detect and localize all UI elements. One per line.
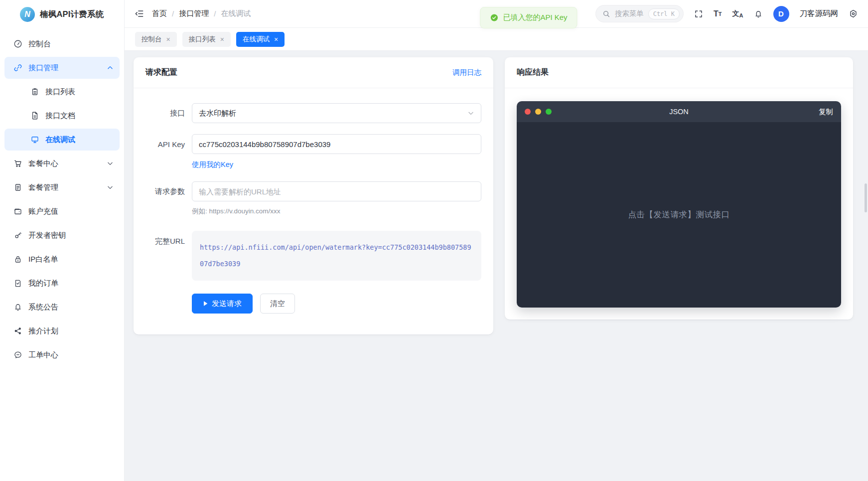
search-icon <box>602 10 610 18</box>
app-logo-icon: N <box>20 7 35 22</box>
page-scrollbar-thumb[interactable] <box>865 183 867 212</box>
breadcrumb-current: 在线调试 <box>221 9 251 18</box>
font-size-glyph: T <box>714 9 719 18</box>
tab-label: 在线调试 <box>243 35 270 44</box>
request-param-hint: 例如: https://v.douyin.com/xxx <box>192 207 481 216</box>
sidebar-item-developer-key[interactable]: 开发者密钥 <box>4 224 120 246</box>
translate-glyph-small: A <box>739 12 743 18</box>
sidebar-item-api-docs[interactable]: 接口文档 <box>4 105 120 127</box>
full-url-row: 完整URL https://api.nfiii.com/api/open/wat… <box>134 231 481 281</box>
sidebar-menu: 控制台 接口管理 接口列表 接口文档 <box>0 29 124 366</box>
wallet-icon <box>13 207 23 216</box>
sidebar-item-label: IP白名单 <box>28 255 58 264</box>
font-size-icon[interactable]: TT <box>714 9 722 18</box>
sidebar-item-api-list[interactable]: 接口列表 <box>4 81 120 103</box>
send-request-label: 发送请求 <box>212 299 242 309</box>
clipboard-icon <box>30 87 40 96</box>
sidebar-item-announcements[interactable]: 系统公告 <box>4 296 120 318</box>
open-tabs-bar: 控制台 × 接口列表 × 在线调试 × <box>125 28 868 51</box>
use-my-key-link[interactable]: 使用我的Key <box>192 160 233 168</box>
share-icon <box>13 326 23 335</box>
call-log-link[interactable]: 调用日志 <box>452 68 481 77</box>
monitor-icon <box>30 135 40 144</box>
font-size-glyph-small: T <box>719 11 722 17</box>
dot-yellow-icon <box>535 109 541 115</box>
api-select-value: 去水印解析 <box>199 109 236 118</box>
cart-icon <box>13 159 23 168</box>
tab-close-icon[interactable]: × <box>274 36 278 43</box>
tab-dashboard[interactable]: 控制台 × <box>135 32 177 47</box>
header-actions: 搜索菜单 Ctrl K TT 文A D 刀客源码网 <box>595 5 858 22</box>
bell-icon <box>13 303 23 312</box>
app-logo: N 楠枫API计费系统 <box>0 0 124 29</box>
breadcrumb-home[interactable]: 首页 <box>152 9 167 18</box>
request-param-input[interactable] <box>192 181 481 201</box>
response-card-title: 响应结果 <box>517 67 549 78</box>
clear-button[interactable]: 清空 <box>260 294 295 314</box>
user-name[interactable]: 刀客源码网 <box>800 8 839 19</box>
settings-gear-icon[interactable] <box>849 9 858 18</box>
copy-button[interactable]: 复制 <box>819 107 833 117</box>
dot-green-icon <box>546 109 552 115</box>
breadcrumb-section[interactable]: 接口管理 <box>179 9 209 18</box>
chevron-down-icon <box>107 184 114 191</box>
tab-label: 控制台 <box>142 35 162 44</box>
send-request-button[interactable]: 发送请求 <box>192 294 253 314</box>
sidebar-item-my-orders[interactable]: 我的订单 <box>4 272 120 294</box>
api-key-row: API Key <box>134 134 481 154</box>
request-config-card: 请求配置 调用日志 接口 去水印解析 <box>134 57 493 334</box>
sidebar-item-api-management[interactable]: 接口管理 <box>4 57 120 79</box>
sidebar-item-label: 系统公告 <box>28 303 58 312</box>
request-param-row: 请求参数 <box>134 181 481 201</box>
fullscreen-icon[interactable] <box>694 9 703 18</box>
tab-close-icon[interactable]: × <box>220 36 224 43</box>
sidebar-item-plan-center[interactable]: 套餐中心 <box>4 153 120 174</box>
tab-api-list[interactable]: 接口列表 × <box>182 32 231 47</box>
sidebar-item-account-recharge[interactable]: 账户充值 <box>4 200 120 222</box>
dashboard-gauge-icon <box>13 39 23 48</box>
chat-bubble-icon <box>13 350 23 359</box>
full-url-value: https://api.nfiii.com/api/open/watermark… <box>192 231 481 281</box>
api-select[interactable]: 去水印解析 <box>192 103 481 123</box>
sidebar-item-ip-whitelist[interactable]: IP白名单 <box>4 248 120 270</box>
tab-label: 接口列表 <box>189 35 216 44</box>
menu-search-input[interactable]: 搜索菜单 Ctrl K <box>595 5 684 22</box>
app-title: 楠枫API计费系统 <box>40 9 104 20</box>
response-card-header: 响应结果 <box>505 57 853 88</box>
tab-close-icon[interactable]: × <box>166 36 170 43</box>
translate-glyph: 文 <box>732 9 739 18</box>
translate-icon[interactable]: 文A <box>732 9 743 18</box>
sidebar-item-dashboard[interactable]: 控制台 <box>4 33 120 55</box>
api-key-label: API Key <box>134 140 192 149</box>
full-url-label: 完整URL <box>134 237 192 246</box>
sidebar-item-label: 套餐中心 <box>28 159 58 168</box>
clear-label: 清空 <box>270 299 285 309</box>
api-select-row: 接口 去水印解析 <box>134 103 481 123</box>
order-check-icon <box>13 279 23 288</box>
document-icon <box>30 111 40 120</box>
sidebar-item-referral-plan[interactable]: 推介计划 <box>4 320 120 342</box>
response-result-card: 响应结果 JSON 复制 点击【发送请求】测试接口 <box>505 57 853 320</box>
sidebar-item-label: 套餐管理 <box>28 183 58 192</box>
sidebar-item-label: 接口文档 <box>45 111 75 121</box>
user-avatar[interactable]: D <box>773 6 789 22</box>
terminal-body: 点击【发送请求】测试接口 <box>517 122 841 308</box>
traffic-light-dots <box>525 109 552 115</box>
doc-list-icon <box>13 183 23 192</box>
toast-text: 已填入您的API Key <box>503 13 567 22</box>
chevron-down-icon <box>107 160 114 167</box>
tab-online-debug[interactable]: 在线调试 × <box>236 32 285 47</box>
sidebar-fold-icon[interactable] <box>135 9 144 18</box>
notification-bell-icon[interactable] <box>754 9 763 18</box>
sidebar-item-label: 在线调试 <box>45 135 75 145</box>
sidebar-item-ticket-center[interactable]: 工单中心 <box>4 344 120 366</box>
api-select-label: 接口 <box>134 109 192 118</box>
sidebar-item-label: 接口列表 <box>45 87 75 97</box>
sidebar-item-plan-management[interactable]: 套餐管理 <box>4 176 120 198</box>
lock-icon <box>13 255 23 264</box>
api-key-input[interactable] <box>192 134 481 154</box>
breadcrumb: 首页 / 接口管理 / 在线调试 <box>152 9 251 18</box>
sidebar-item-label: 控制台 <box>28 39 51 49</box>
sidebar-item-label: 接口管理 <box>28 63 58 73</box>
sidebar-item-online-debug[interactable]: 在线调试 <box>4 129 120 151</box>
